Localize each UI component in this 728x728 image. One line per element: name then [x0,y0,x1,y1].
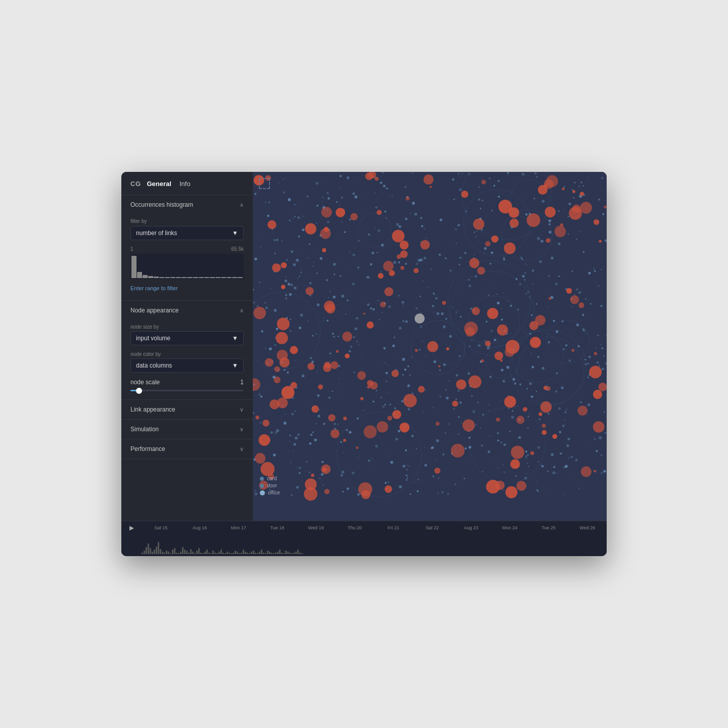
timeline-bar [170,553,171,554]
svg-point-412 [405,449,407,451]
svg-point-253 [527,454,529,456]
timeline-bar [267,551,268,554]
svg-point-568 [422,249,423,249]
svg-point-454 [454,483,457,485]
svg-point-588 [300,271,302,274]
svg-point-936 [326,304,336,314]
svg-point-38 [358,344,359,345]
svg-point-976 [397,254,401,259]
svg-point-237 [354,372,355,373]
svg-point-964 [504,396,516,407]
svg-point-757 [330,353,331,354]
svg-point-17 [543,231,543,232]
svg-point-336 [465,447,467,449]
svg-point-585 [301,268,302,269]
svg-point-296 [491,252,493,254]
svg-point-898 [267,220,276,229]
svg-point-318 [558,276,560,277]
svg-point-771 [601,177,603,179]
svg-point-42 [260,246,261,247]
date-label: Sat 22 [413,525,452,530]
svg-point-827 [451,444,465,458]
svg-point-743 [339,379,340,380]
svg-point-538 [367,303,370,306]
tab-info[interactable]: Info [177,179,193,189]
svg-point-947 [549,297,552,300]
svg-point-911 [438,365,440,367]
svg-point-13 [453,408,455,410]
svg-point-51 [373,469,373,470]
node-scale-value: 1 [240,379,244,386]
svg-point-680 [382,312,383,313]
svg-point-749 [395,438,398,440]
node-scale-slider[interactable] [130,390,244,391]
timeline-dates: ▶ Sat 15Aug 16Mon 17Tue 18Wed 19Thu 20Fr… [121,521,607,532]
sidebar: CG General Info Occurrences histogram ∧ … [121,172,253,521]
svg-point-683 [274,239,274,240]
node-color-dropdown[interactable]: data columns ▼ [130,358,244,373]
svg-point-192 [595,282,596,282]
svg-point-586 [323,423,326,425]
svg-point-573 [484,306,485,307]
svg-point-837 [328,414,335,421]
svg-point-698 [456,312,457,313]
legend-dot-card [260,477,264,481]
svg-point-193 [274,309,277,312]
svg-point-316 [464,252,466,254]
slider-thumb[interactable] [136,388,142,394]
svg-point-185 [445,318,447,320]
svg-point-655 [335,316,336,317]
filter-dropdown[interactable]: number of links ▼ [130,226,244,240]
svg-point-778 [540,240,543,243]
svg-point-157 [497,180,499,182]
svg-point-432 [293,451,294,452]
svg-point-506 [484,340,486,342]
timeline-bar [204,552,206,554]
timeline-bar [186,551,188,554]
section-occurrences-header[interactable]: Occurrences histogram ∧ [121,195,253,214]
svg-point-669 [529,297,530,298]
svg-point-89 [439,370,441,371]
section-simulation-header[interactable]: Simulation ∨ [121,420,253,439]
tab-general[interactable]: General [145,179,173,189]
svg-point-828 [255,453,265,464]
node-size-dropdown[interactable]: input volume ▼ [130,331,244,345]
section-node-header[interactable]: Node appearance ∧ [121,301,253,320]
svg-point-851 [307,363,314,370]
section-performance-header[interactable]: Performance ∨ [121,439,253,459]
svg-point-735 [386,381,387,382]
svg-point-810 [322,248,326,252]
svg-point-404 [390,456,390,456]
date-label: Tue 18 [258,525,297,530]
svg-point-632 [459,355,461,357]
svg-point-411 [296,486,299,488]
svg-point-465 [390,461,393,464]
svg-point-398 [568,359,571,362]
histogram-bar [143,275,148,278]
section-link-header[interactable]: Link appearance ∨ [121,400,253,419]
svg-point-37 [458,433,460,435]
timeline-bar [208,553,210,554]
svg-point-866 [260,462,275,476]
section-link-title: Link appearance [130,406,175,413]
svg-point-684 [500,401,502,402]
timeline-bar [243,550,244,554]
svg-point-265 [508,197,509,198]
svg-point-423 [341,295,344,298]
svg-point-47 [352,472,355,475]
svg-point-774 [363,369,363,369]
svg-point-540 [424,229,425,230]
svg-point-39 [352,253,355,256]
svg-point-491 [376,223,377,224]
date-label: Thu 20 [335,525,374,530]
svg-point-807 [363,425,377,438]
play-button[interactable]: ▶ [121,524,142,531]
enter-range-link[interactable]: Enter range to filter [130,285,178,291]
viz-area[interactable]: card door office [253,172,607,521]
svg-point-816 [599,240,602,243]
svg-point-118 [601,454,603,457]
svg-point-883 [253,307,266,320]
svg-point-370 [432,305,434,307]
svg-point-96 [289,219,291,221]
svg-point-274 [330,291,331,292]
